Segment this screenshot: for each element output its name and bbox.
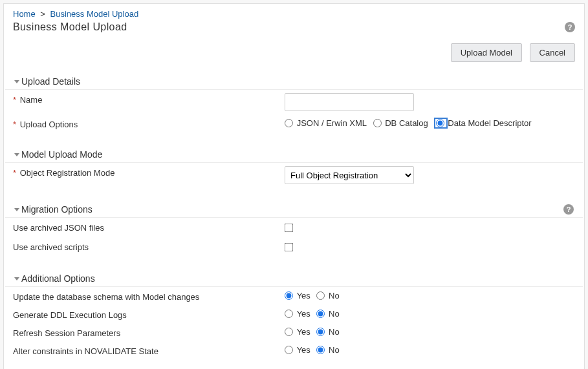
chevron-right-icon: > — [40, 9, 45, 19]
field-generate-ddl: Generate DDL Execution Logs Yes No — [4, 305, 584, 323]
no-label: No — [329, 309, 340, 319]
upload-option-dmd-label: Data Model Descriptor — [448, 118, 531, 128]
section-title: Migration Options — [21, 204, 563, 215]
page-panel: Home > Business Model Upload Business Mo… — [3, 3, 585, 369]
required-marker: * — [13, 95, 16, 105]
cancel-button[interactable]: Cancel — [530, 43, 575, 62]
field-object-registration-mode: * Object Registration Mode Full Object R… — [4, 163, 584, 187]
field-name: * Name — [4, 90, 584, 114]
section-upload-details-header[interactable]: Upload Details — [5, 74, 583, 90]
field-label: Alter constraints in NOVALIDATE State — [13, 344, 285, 356]
use-archived-scripts-checkbox[interactable] — [285, 243, 294, 252]
breadcrumb-home-link[interactable]: Home — [13, 9, 36, 19]
section-additional-options-header[interactable]: Additional Options — [5, 271, 583, 287]
yes-label: Yes — [297, 327, 310, 337]
yes-label: Yes — [297, 291, 310, 300]
refresh-session-no-radio[interactable] — [316, 328, 325, 336]
update-schema-yes-radio[interactable] — [285, 291, 293, 300]
upload-option-db-radio[interactable] — [373, 119, 382, 127]
object-registration-mode-select[interactable]: Full Object Registration — [285, 166, 414, 184]
chevron-down-icon — [14, 277, 19, 280]
no-label: No — [329, 345, 340, 355]
yes-label: Yes — [297, 309, 310, 319]
button-row: Upload Model Cancel — [4, 36, 584, 74]
field-upload-options: * Upload Options JSON / Erwin XML DB Cat… — [4, 114, 584, 132]
required-marker: * — [13, 120, 16, 129]
required-marker: * — [13, 168, 16, 178]
help-icon[interactable]: ? — [565, 22, 575, 32]
upload-option-dmd-radio[interactable] — [436, 119, 444, 127]
upload-option-json-radio[interactable] — [285, 119, 293, 127]
no-label: No — [329, 327, 340, 337]
field-label: Generate DDL Execution Logs — [13, 308, 285, 320]
chevron-down-icon — [14, 208, 19, 211]
update-schema-no-radio[interactable] — [316, 291, 325, 300]
chevron-down-icon — [14, 80, 19, 83]
field-label: Use archived JSON files — [13, 221, 285, 233]
field-label: Update the database schema with Model ch… — [13, 290, 285, 302]
name-input[interactable] — [285, 93, 414, 111]
refresh-session-yes-radio[interactable] — [285, 328, 293, 336]
title-row: Business Model Upload ? — [4, 20, 584, 36]
alter-constraints-yes-radio[interactable] — [285, 346, 293, 354]
generate-ddl-yes-radio[interactable] — [285, 310, 293, 318]
help-icon[interactable]: ? — [563, 204, 574, 215]
section-migration-options-header[interactable]: Migration Options ? — [5, 202, 583, 218]
section-title: Additional Options — [21, 273, 95, 284]
chevron-down-icon — [14, 153, 19, 156]
alter-constraints-no-radio[interactable] — [316, 346, 325, 354]
page-title: Business Model Upload — [13, 21, 565, 33]
upload-model-button[interactable]: Upload Model — [451, 43, 522, 62]
field-label: * Object Registration Mode — [13, 166, 285, 178]
upload-option-json-label: JSON / Erwin XML — [297, 118, 367, 128]
no-label: No — [329, 291, 340, 300]
section-model-upload-mode-header[interactable]: Model Upload Mode — [5, 147, 583, 163]
generate-ddl-no-radio[interactable] — [316, 310, 325, 318]
field-update-schema: Update the database schema with Model ch… — [4, 287, 584, 305]
section-title: Upload Details — [21, 76, 80, 87]
field-label: * Name — [13, 93, 285, 105]
breadcrumb-current-link[interactable]: Business Model Upload — [50, 9, 139, 19]
breadcrumb: Home > Business Model Upload — [4, 4, 584, 20]
field-use-archived-json: Use archived JSON files — [4, 218, 584, 237]
yes-label: Yes — [297, 345, 310, 355]
field-label: Refresh Session Parameters — [13, 326, 285, 338]
field-label: Use archived scripts — [13, 240, 285, 252]
field-use-archived-scripts: Use archived scripts — [4, 237, 584, 257]
use-archived-json-checkbox[interactable] — [285, 224, 294, 233]
upload-option-db-label: DB Catalog — [385, 118, 428, 128]
field-alter-constraints: Alter constraints in NOVALIDATE State Ye… — [4, 341, 584, 359]
field-label: * Upload Options — [13, 118, 285, 129]
field-refresh-session: Refresh Session Parameters Yes No — [4, 323, 584, 341]
section-title: Model Upload Mode — [21, 149, 102, 160]
